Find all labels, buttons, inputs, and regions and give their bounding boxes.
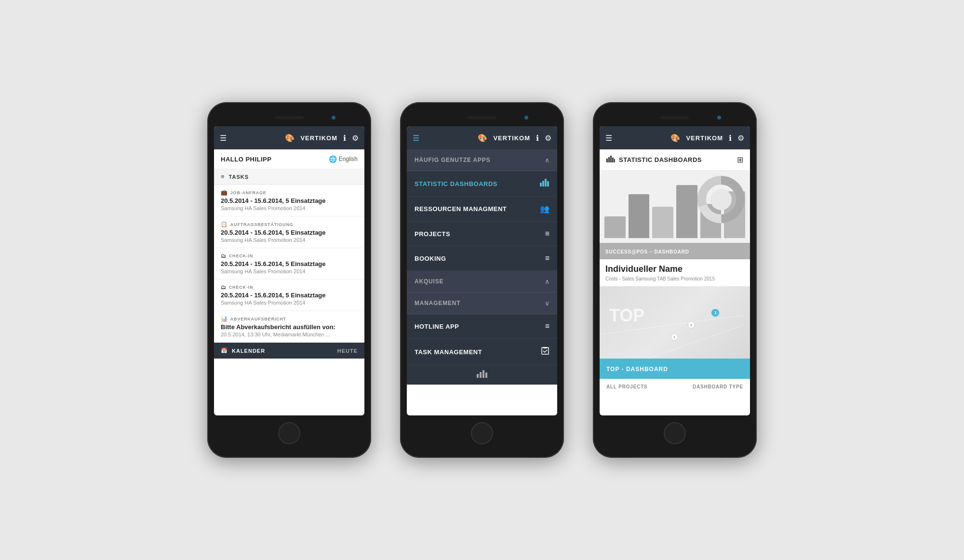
svg-rect-11 [608,157,610,162]
bottom-bar-1: 📅 KALENDER HEUTE [214,343,364,359]
calendar-icon: 📅 [221,347,228,354]
menu-icon-1[interactable]: ☰ [220,133,227,143]
chart-icon-menu [540,179,549,188]
svg-line-19 [600,315,744,334]
palette-icon-2[interactable]: 🎨 [478,133,487,143]
info-icon-3[interactable]: ℹ [729,133,732,143]
phone-speaker-1 [275,116,304,119]
menu-icon-3[interactable]: ☰ [605,133,612,143]
svg-rect-8 [482,370,484,378]
task-item-4[interactable]: 🗂 CHECK-IN 20.5.2014 - 15.6.2014, 5 Eins… [214,280,364,311]
language-label: English [339,156,358,162]
task-item-2[interactable]: 📋 AUFTRAGSBESTÄTIGUNG 20.5.2014 - 15.6.2… [214,216,364,248]
map-area: TOP 1 1 1 [600,286,750,359]
dashboard-card-title: Individueller Name [600,259,750,276]
dashboard-title-bar: STATISTIC DASHBOARDS ⊞ [600,149,750,171]
akquise-label: AKQUISE [415,278,443,285]
svg-rect-3 [547,181,549,187]
svg-rect-4 [542,347,549,354]
task-title-1: 20.5.2014 - 15.6.2014, 5 Einsatztage [221,197,358,204]
menu-section-akquise[interactable]: AKQUISE ∧ [407,271,557,293]
phone-speaker-3 [660,116,689,119]
task-item-1[interactable]: 💼 JOB-ANFRAGE 20.5.2014 - 15.6.2014, 5 E… [214,185,364,216]
menu-section-frequent[interactable]: HÄUFIG GENUTZE APPS ∧ [407,149,557,171]
settings-icon-3[interactable]: ⚙ [737,133,744,143]
task-subtitle-2: Samsung HA Sales Promotion 2014 [221,237,358,243]
task-item-5[interactable]: 📊 ABVERKAUFSBERICHT Bitte Abverkaufsberi… [214,311,364,343]
menu-item-task-management[interactable]: TASK MANAGEMENT [407,339,557,365]
palette-icon-3[interactable]: 🎨 [670,133,680,143]
chevron-up-akquise: ∧ [545,278,549,285]
task-category-5: 📊 ABVERKAUFSBERICHT [221,316,358,322]
app-header-1: ☰ 🎨 VERTIKOM ℹ ⚙ [214,126,364,149]
header-icons-1: 🎨 VERTIKOM ℹ ⚙ [285,133,359,143]
task-item-3[interactable]: 🗂 CHECK-IN 20.5.2014 - 15.6.2014, 5 Eins… [214,248,364,280]
home-button-2[interactable] [471,422,493,444]
header-icons-3: 🎨 VERTIKOM ℹ ⚙ [670,133,744,143]
language-button[interactable]: 🌐 English [329,155,358,163]
menu-section-management[interactable]: MANAGEMENT ∨ [407,293,557,314]
bottom-filters: ALL PROJECTS DASHBOARD TYPE [600,379,750,394]
menu-list: HÄUFIG GENUTZE APPS ∧ STATISTIC DASHBOAR… [407,149,557,385]
bottom-chart-icon [477,370,487,380]
header-icons-2: 🎨 VERTIKOM ℹ ⚙ [478,133,551,143]
list-icon-projects: ≡ [545,229,549,238]
home-button-3[interactable] [664,422,686,444]
dashboard-title-text: STATISTIC DASHBOARDS [619,156,733,163]
info-icon-2[interactable]: ℹ [536,133,539,143]
phone-top-bar-2 [407,112,557,123]
phone-2: ☰ 🎨 VERTIKOM ℹ ⚙ HÄUFIG GENUTZE APPS ∧ S… [400,102,564,458]
svg-text:1: 1 [714,310,717,315]
phone-1: ☰ 🎨 VERTIKOM ℹ ⚙ HALLO PHILIPP 🌐 English… [207,102,371,458]
task-title-4: 20.5.2014 - 15.6.2014, 5 Einsatztage [221,292,358,299]
dashboard-card: SUCCESS@POS – DASHBOARD Individueller Na… [600,243,750,286]
svg-point-18 [710,189,732,210]
menu-item-ressourcen[interactable]: RESSOURCEN MANAGMENT 👥 [407,197,557,222]
svg-rect-5 [543,347,547,348]
list-icon-hotline: ≡ [545,322,549,331]
menu-item-hotline[interactable]: HOTLINE APP ≡ [407,314,557,339]
task-title-3: 20.5.2014 - 15.6.2014, 5 Einsatztage [221,260,358,267]
dashboard-card-header: SUCCESS@POS – DASHBOARD [600,243,750,259]
top-dashboard-label: TOP - DASHBOARD [606,366,668,373]
phone-camera-1 [332,116,335,120]
filter-dashboard-type[interactable]: DASHBOARD TYPE [693,384,743,389]
bottom-tab-2 [407,365,557,385]
top-dashboard-bar[interactable]: TOP - DASHBOARD [600,359,750,379]
phone-speaker-2 [468,116,496,119]
svg-rect-14 [614,159,615,162]
task-title-2: 20.5.2014 - 15.6.2014, 5 Einsatztage [221,229,358,236]
menu-icon-2[interactable]: ☰ [413,133,419,143]
chart-bar-2 [629,194,650,238]
phone-camera-2 [524,116,528,120]
checkin-icon-4: 🗂 [221,284,227,290]
menu-item-booking[interactable]: BOOKING ≡ [407,246,557,271]
app-title-2: VERTIKOM [493,134,530,142]
grid-icon[interactable]: ⊞ [737,155,743,164]
projects-label: PROJECTS [415,230,450,238]
report-icon-5: 📊 [221,316,228,322]
settings-icon-2[interactable]: ⚙ [545,133,551,143]
dashboard-card-subtitle: Costs - Sales Samsung TAB Sales Promotio… [600,276,750,286]
globe-icon: 🌐 [329,155,337,163]
tasks-label: TASKS [229,174,249,180]
phone-camera-3 [717,116,721,120]
calendar-button[interactable]: 📅 KALENDER [221,347,265,354]
info-icon-1[interactable]: ℹ [343,133,346,143]
filter-all-projects[interactable]: ALL PROJECTS [606,384,648,389]
home-button-1[interactable] [278,422,300,444]
settings-icon-1[interactable]: ⚙ [352,133,359,143]
ressourcen-label: RESSOURCEN MANAGMENT [415,205,507,213]
palette-icon-1[interactable]: 🎨 [285,133,295,143]
map-bg: TOP 1 1 1 [600,286,750,359]
task-category-1: 💼 JOB-ANFRAGE [221,189,358,196]
donut-chart [697,175,745,224]
phones-container: ☰ 🎨 VERTIKOM ℹ ⚙ HALLO PHILIPP 🌐 English… [207,102,757,458]
task-subtitle-4: Samsung HA Sales Promotion 2014 [221,300,358,306]
phone-screen-2: ☰ 🎨 VERTIKOM ℹ ⚙ HÄUFIG GENUTZE APPS ∧ S… [407,126,557,415]
svg-text:1: 1 [673,335,675,339]
greeting-text: HALLO PHILIPP [221,156,271,163]
menu-item-projects[interactable]: PROJECTS ≡ [407,222,557,246]
checkin-icon-3: 🗂 [221,253,227,259]
menu-item-statistic[interactable]: STATISTIC DASHBOARDS [407,171,557,197]
